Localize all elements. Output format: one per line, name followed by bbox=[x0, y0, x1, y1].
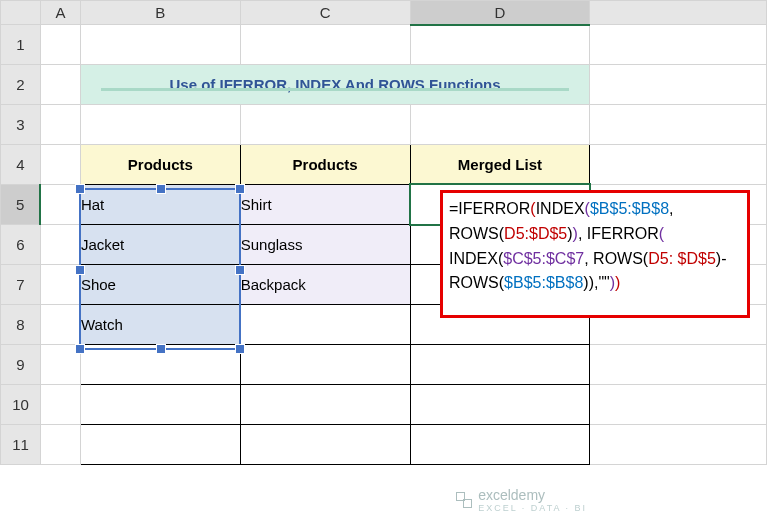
formula-range: $B$5:$B$8 bbox=[590, 200, 669, 217]
formula-token: IFERROR bbox=[587, 225, 659, 242]
formula-token: , bbox=[669, 200, 673, 217]
formula-range: D5:$D$5 bbox=[504, 225, 567, 242]
cell-tail-1[interactable] bbox=[590, 25, 767, 65]
row-header-8[interactable]: 8 bbox=[1, 305, 41, 345]
formula-token: ROWS bbox=[449, 274, 499, 291]
cell-B9[interactable] bbox=[80, 345, 240, 385]
row-header-9[interactable]: 9 bbox=[1, 345, 41, 385]
formula-token: IFERROR bbox=[458, 200, 530, 217]
cell-D9[interactable] bbox=[410, 345, 590, 385]
cell-B1[interactable] bbox=[80, 25, 240, 65]
title-underline bbox=[101, 88, 569, 91]
cell-B5[interactable]: Hat bbox=[80, 185, 240, 225]
cell-D11[interactable] bbox=[410, 425, 590, 465]
row-header-3[interactable]: 3 bbox=[1, 105, 41, 145]
formula-token: ) bbox=[615, 274, 620, 291]
header-products-c[interactable]: Products bbox=[240, 145, 410, 185]
formula-range: $D$5 bbox=[678, 250, 716, 267]
formula-callout: =IFERROR(INDEX($B$5:$B$8, ROWS(D5:$D$5))… bbox=[440, 190, 750, 318]
formula-token: , bbox=[578, 225, 587, 242]
formula-token: - bbox=[721, 250, 726, 267]
cell-C9[interactable] bbox=[240, 345, 410, 385]
cell-C6[interactable]: Sunglass bbox=[240, 225, 410, 265]
cell-C8[interactable] bbox=[240, 305, 410, 345]
cell-B10[interactable] bbox=[80, 385, 240, 425]
row-header-1[interactable]: 1 bbox=[1, 25, 41, 65]
col-header-C[interactable]: C bbox=[240, 1, 410, 25]
cell-D1[interactable] bbox=[410, 25, 590, 65]
cell-tail-2[interactable] bbox=[590, 65, 767, 105]
row-header-2[interactable]: 2 bbox=[1, 65, 41, 105]
formula-range: $C$5:$C$7 bbox=[503, 250, 584, 267]
formula-token: ( bbox=[659, 225, 664, 242]
formula-token: ROWS bbox=[449, 225, 499, 242]
col-header-tail[interactable] bbox=[590, 1, 767, 25]
cell-B11[interactable] bbox=[80, 425, 240, 465]
formula-token: INDEX bbox=[449, 250, 498, 267]
col-header-D[interactable]: D bbox=[410, 1, 590, 25]
row-header-10[interactable]: 10 bbox=[1, 385, 41, 425]
formula-range: D5: bbox=[648, 250, 673, 267]
col-header-A[interactable]: A bbox=[40, 1, 80, 25]
row-header-7[interactable]: 7 bbox=[1, 265, 41, 305]
watermark: exceldemy EXCEL · DATA · BI bbox=[456, 487, 587, 513]
row-header-5[interactable]: 5 bbox=[1, 185, 41, 225]
formula-token: = bbox=[449, 200, 458, 217]
row-header-4[interactable]: 4 bbox=[1, 145, 41, 185]
cell-A4[interactable] bbox=[40, 145, 80, 185]
header-merged-list[interactable]: Merged List bbox=[410, 145, 590, 185]
cell-B8[interactable]: Watch bbox=[80, 305, 240, 345]
watermark-name: exceldemy bbox=[478, 487, 587, 503]
title-merged-cell[interactable]: Use of IFERROR, INDEX And ROWS Functions bbox=[80, 65, 589, 105]
formula-token: ROWS bbox=[593, 250, 643, 267]
cell-A1[interactable] bbox=[40, 25, 80, 65]
logo-icon bbox=[456, 492, 472, 508]
cell-C5[interactable]: Shirt bbox=[240, 185, 410, 225]
formula-token: "" bbox=[598, 274, 609, 291]
formula-token: INDEX bbox=[536, 200, 585, 217]
cell-A2[interactable] bbox=[40, 65, 80, 105]
watermark-tag: EXCEL · DATA · BI bbox=[478, 503, 587, 513]
cell-B7[interactable]: Shoe bbox=[80, 265, 240, 305]
cell-C11[interactable] bbox=[240, 425, 410, 465]
cell-C1[interactable] bbox=[240, 25, 410, 65]
row-header-11[interactable]: 11 bbox=[1, 425, 41, 465]
row-header-6[interactable]: 6 bbox=[1, 225, 41, 265]
formula-token: , bbox=[584, 250, 593, 267]
cell-D10[interactable] bbox=[410, 385, 590, 425]
select-all-corner[interactable] bbox=[1, 1, 41, 25]
cell-C7[interactable]: Backpack bbox=[240, 265, 410, 305]
header-products-b[interactable]: Products bbox=[80, 145, 240, 185]
cell-B6[interactable]: Jacket bbox=[80, 225, 240, 265]
col-header-B[interactable]: B bbox=[80, 1, 240, 25]
cell-C10[interactable] bbox=[240, 385, 410, 425]
formula-range: $B$5:$B$8 bbox=[504, 274, 583, 291]
